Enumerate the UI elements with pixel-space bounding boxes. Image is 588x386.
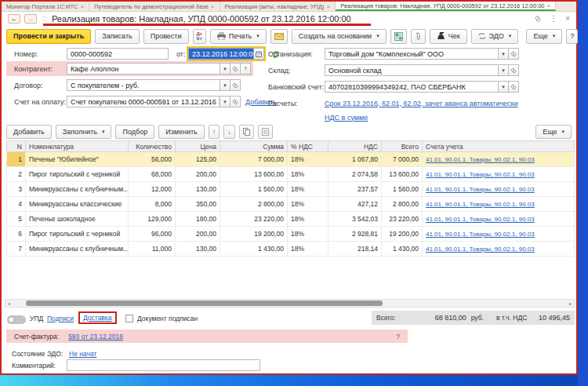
settlements-link[interactable]: Срок 23.12.2016, 62.01, 62.02, зачет ава… — [325, 100, 518, 107]
comment-label: Комментарий: — [12, 362, 56, 370]
col-quantity[interactable]: Количество — [129, 141, 176, 152]
organization-field[interactable]: Торговый дом "Комплексный" ООО — [325, 48, 499, 60]
attachments-button[interactable] — [411, 29, 426, 44]
scroll-right-icon[interactable]: ▸ — [567, 300, 574, 306]
edit-button[interactable]: Изменить — [158, 125, 205, 139]
more-button[interactable]: Еще — [526, 29, 562, 44]
table-row[interactable]: 6Пирог тирольский с черникой96,000200,00… — [7, 227, 575, 242]
col-price[interactable]: Цена — [176, 141, 220, 152]
vat-mode-link[interactable]: НДС в сумме — [325, 114, 368, 122]
invoice-band: Счет-фактура: 593 от 23.12.2016 ? — [6, 330, 408, 343]
invoice-link[interactable]: 593 от 23.12.2016 — [68, 333, 123, 340]
counterparty-help-button[interactable]: ? — [241, 63, 251, 75]
payment-invoice-field[interactable]: Счет покупателю 0000-000591 от 13.12.201… — [67, 96, 220, 107]
get-link-icon[interactable] — [534, 15, 542, 23]
save-button[interactable]: Записать — [95, 29, 139, 44]
open-link-icon[interactable] — [509, 81, 519, 93]
tab-sales-document[interactable]: Реализация товаров: Накладная, УПД 0000-… — [336, 2, 556, 11]
tab-close-icon[interactable]: × — [211, 3, 215, 10]
col-vat[interactable]: НДС — [328, 141, 382, 152]
organization-label: Организация: — [268, 50, 313, 58]
open-link-icon[interactable] — [230, 96, 241, 107]
chevron-down-icon[interactable]: ▾ — [499, 64, 509, 76]
accounts-link[interactable]: 41.01, 90.01.1, Товары, 90.02.1, 90.03 — [426, 231, 535, 238]
invoice-help-button[interactable]: ? — [396, 333, 400, 340]
calendar-icon[interactable] — [254, 48, 264, 60]
post-and-close-button[interactable]: Провести и закрыть — [6, 29, 91, 44]
tab-close-icon[interactable]: × — [547, 2, 551, 9]
fill-button[interactable]: Заполнить — [56, 125, 112, 139]
open-link-icon[interactable] — [230, 79, 241, 91]
check-receipt-button[interactable]: Чек — [430, 29, 467, 44]
contract-field[interactable]: С покупателем - руб. — [67, 79, 220, 91]
accounts-link[interactable]: 41.01, 90.01.1, Товары, 90.02.1, 90.03 — [426, 201, 535, 208]
dtkt-postings-button[interactable]: ДтКт — [193, 29, 206, 44]
scrollbar-thumb[interactable] — [26, 300, 383, 306]
upd-toggle[interactable] — [7, 315, 26, 324]
forward-icon[interactable]: → — [24, 14, 37, 24]
chevron-down-icon[interactable]: ▾ — [499, 48, 509, 60]
open-link-icon[interactable] — [230, 63, 241, 75]
back-icon[interactable]: ← — [8, 14, 20, 24]
edo-state-link[interactable]: Не начат — [69, 350, 96, 358]
help-button[interactable]: ? — [566, 29, 578, 44]
accounts-link[interactable]: 41.01, 90.01.1, Товары, 90.02.1, 90.03 — [426, 246, 535, 253]
print-button[interactable]: Печать — [210, 29, 267, 44]
accounts-link[interactable]: 41.01, 90.01.1, Товары, 90.02.1, 90.03 — [426, 171, 535, 178]
tab-sales-list[interactable]: Реализация (акты, накладные, УПД) × — [220, 2, 336, 11]
comment-input[interactable] — [67, 359, 260, 371]
move-down-icon[interactable]: ↓ — [223, 125, 235, 139]
tab-label: Монитор Портала 1С:ИТС — [6, 3, 78, 10]
copy-icon[interactable] — [239, 125, 254, 139]
edo-button[interactable]: ЭДО — [471, 29, 519, 44]
add-row-button[interactable]: Добавить — [6, 125, 52, 139]
more-menu-icon[interactable]: ⋮ — [550, 14, 557, 23]
post-button[interactable]: Провести — [143, 29, 189, 44]
table-row[interactable]: 3Миникруассаны с клубничным...12,000130,… — [7, 182, 575, 197]
counterparty-field[interactable]: Кафе Аполлон — [67, 63, 220, 75]
signatures-link[interactable]: Подписи — [47, 315, 74, 322]
report-icon-button[interactable] — [390, 29, 407, 44]
tab-close-icon[interactable]: × — [80, 3, 84, 10]
move-up-icon[interactable]: ↑ — [209, 125, 220, 139]
table-row[interactable]: 7Миникруассаны с клубничным...11,000130,… — [7, 242, 575, 257]
close-window-icon[interactable]: × — [565, 14, 570, 23]
col-vat-pct[interactable]: % НДС — [288, 141, 328, 152]
create-based-on-button[interactable]: Создать на основании — [292, 29, 387, 44]
col-nomenclature[interactable]: Номенклатура — [26, 141, 129, 152]
bank-account-field[interactable]: 40702810399994349242, ПАО СБЕРБАНК — [325, 81, 499, 93]
col-sum[interactable]: Сумма — [220, 141, 288, 152]
tab-demo-guide[interactable]: Путеводитель по демонстрационной базе × — [89, 2, 220, 11]
chevron-down-icon[interactable]: ▾ — [220, 63, 230, 75]
col-total[interactable]: Всего — [382, 141, 423, 152]
number-field[interactable]: 0000-000592 — [67, 48, 169, 60]
chevron-down-icon[interactable]: ▾ — [220, 79, 230, 91]
favorite-star-icon[interactable]: ☆ — [41, 14, 48, 23]
chevron-down-icon[interactable]: ▾ — [220, 96, 230, 107]
delivery-link[interactable]: Доставка — [83, 314, 112, 322]
items-more-button[interactable]: Еще — [535, 125, 572, 139]
table-row[interactable]: 5Печенье шоколадное129,000180,0023 220,0… — [7, 212, 575, 227]
open-link-icon[interactable] — [509, 48, 519, 60]
settlements-label: Расчеты: — [268, 100, 298, 107]
chevron-down-icon[interactable]: ▾ — [499, 81, 509, 93]
horizontal-scrollbar[interactable]: ◂ ▸ — [5, 299, 575, 308]
col-accounts[interactable]: Счета учета — [423, 141, 575, 152]
table-row[interactable]: 1Печенье "Юбилейное"56,000125,007 000,00… — [7, 152, 575, 167]
accounts-link[interactable]: 41.01, 90.01.1, Товары, 90.02.1, 90.03 — [426, 186, 535, 193]
accounts-link[interactable]: 41.01, 90.01.1, Товары, 90.02.1, 90.03 — [426, 156, 535, 163]
open-link-icon[interactable] — [509, 64, 519, 76]
pick-button[interactable]: Подбор — [115, 125, 154, 139]
warehouse-field[interactable]: Основной склад — [325, 64, 499, 76]
table-row[interactable]: 4Миникруассаны классические8,000350,002 … — [7, 197, 575, 212]
accounts-link[interactable]: 41.01, 90.01.1, Товары, 90.02.1, 90.03 — [426, 216, 535, 223]
table-row[interactable]: 2Пирог тирольский с черникой68,000200,00… — [7, 167, 575, 182]
col-n[interactable]: N — [7, 141, 26, 152]
email-button[interactable] — [270, 29, 288, 44]
document-signed-checkbox[interactable] — [125, 315, 133, 322]
tab-close-icon[interactable]: × — [327, 3, 331, 10]
tab-its-monitor[interactable]: Монитор Портала 1С:ИТС × — [2, 2, 89, 11]
list-settings-icon[interactable] — [258, 125, 273, 139]
date-field[interactable]: 23.12.2016 12:00:00 — [188, 48, 254, 60]
scroll-left-icon[interactable]: ◂ — [5, 300, 13, 306]
